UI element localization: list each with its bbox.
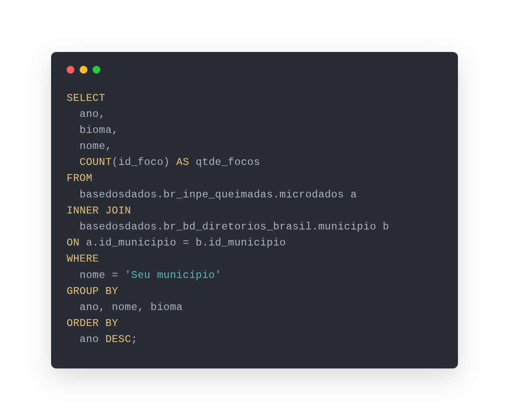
sql-string: 'Seu município': [125, 269, 222, 281]
sql-keyword: SELECT: [67, 92, 105, 104]
window-controls: [67, 66, 442, 74]
code-text: bioma,: [67, 124, 118, 136]
sql-keyword: AS: [176, 156, 189, 168]
maximize-icon[interactable]: [93, 66, 100, 74]
code-text: a.id_municipio = b.id_municipio: [80, 237, 286, 249]
code-text: (id_foco): [112, 156, 176, 168]
code-text: ;: [131, 333, 138, 345]
close-icon[interactable]: [67, 66, 74, 74]
sql-keyword: GROUP BY: [67, 285, 118, 297]
sql-keyword: ORDER BY: [67, 317, 118, 329]
code-text: qtde_focos: [189, 156, 260, 168]
code-text: basedosdados.br_bd_diretorios_brasil.mun…: [67, 221, 389, 233]
sql-keyword: FROM: [67, 172, 93, 184]
code-text: nome,: [67, 140, 112, 152]
code-text: ano,: [67, 108, 105, 120]
minimize-icon[interactable]: [80, 66, 87, 74]
code-text: nome =: [67, 269, 125, 281]
code-block: SELECT ano, bioma, nome, COUNT(id_foco) …: [67, 90, 442, 348]
sql-keyword: INNER JOIN: [67, 205, 131, 216]
code-text: [67, 156, 80, 168]
code-text: basedosdados.br_inpe_queimadas.microdado…: [67, 189, 357, 200]
sql-keyword: ON: [67, 237, 80, 249]
code-window: SELECT ano, bioma, nome, COUNT(id_foco) …: [51, 52, 458, 368]
sql-keyword: DESC: [105, 333, 131, 345]
sql-keyword: COUNT: [80, 156, 112, 168]
code-text: ano: [67, 333, 105, 345]
code-text: ano, nome, bioma: [67, 301, 183, 313]
sql-keyword: WHERE: [67, 253, 99, 265]
